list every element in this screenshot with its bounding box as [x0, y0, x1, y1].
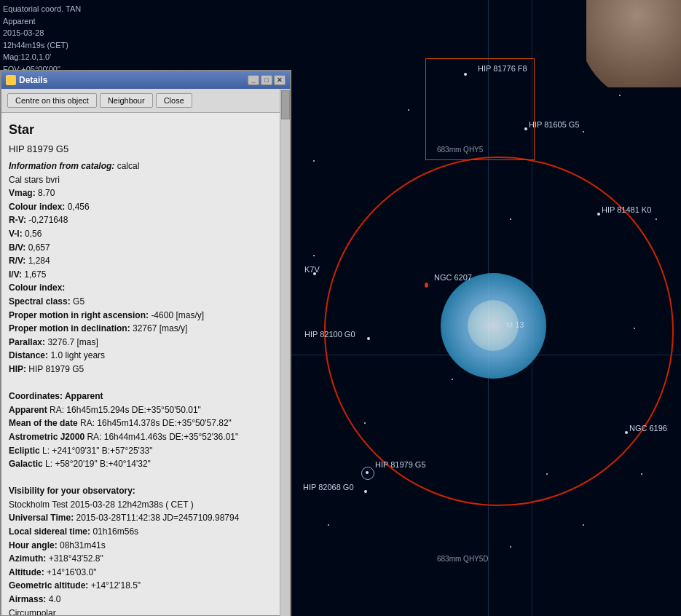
rv-label: R-V: [9, 215, 26, 225]
sky-time: 12h44m19s (CET) [3, 39, 81, 52]
background-star [510, 546, 511, 548]
spectral-row: Spectral class: G5 [9, 295, 283, 309]
vmag-row: Vmag: 8.70 [9, 186, 283, 200]
close-button[interactable]: Close [156, 93, 192, 108]
centre-button[interactable]: Centre on this object [7, 93, 97, 108]
colour-index2-row: Colour index: [9, 281, 283, 295]
hour-angle-value: 08h31m41s [60, 540, 106, 550]
neighbour-button[interactable]: Neighbour [100, 93, 153, 108]
vi-value: 0,56 [25, 229, 42, 239]
bv-row: B/V: 0,657 [9, 241, 283, 255]
pm-ra-row: Proper motion in right ascension: -4600 … [9, 309, 283, 323]
background-star [656, 218, 657, 220]
ecliptic-value: L: +241°09'31" B:+57°25'33" [42, 446, 153, 456]
riv-label: R/V: [9, 256, 25, 266]
spectral-value: G5 [73, 296, 84, 307]
altitude-label: Altitude: [9, 567, 44, 577]
panel-title-left: Details [6, 75, 47, 85]
visibility-label: Visibility for your observatory: [9, 484, 283, 498]
distance-label: Distance: [9, 350, 48, 360]
colour-index1-row: Colour index: 0,456 [9, 200, 283, 214]
panel-content: Star HIP 81979 G5 Information from catal… [1, 113, 290, 615]
star-dot-hip82100 [367, 337, 370, 340]
star-dot-k7v [313, 272, 316, 275]
apparent-ra-row: Apparent RA: 16h45m15.294s DE:+35°50'50.… [9, 403, 283, 417]
pm-dec-value: 32767 [mas/y] [133, 323, 187, 333]
rv-row: R-V: -0,271648 [9, 213, 283, 227]
ut-label: Universal Time: [9, 513, 74, 523]
sky-date: 2015-03-28 [3, 27, 81, 39]
background-star [546, 473, 548, 475]
info-catalog-label: Information from catalog: [9, 161, 114, 171]
pm-ra-value: -4600 [mas/y] [151, 310, 204, 320]
mean-date-label: Mean of the date [9, 418, 78, 428]
star-dot-hip82068 [364, 490, 367, 493]
spectral-label: Spectral class: [9, 296, 71, 307]
maximize-button[interactable]: □ [261, 75, 272, 85]
background-star [583, 524, 584, 526]
galactic-value: L: +58°20'19" B:+40°14'32" [45, 459, 151, 469]
hip-value: HIP 81979 G5 [28, 364, 84, 374]
action-buttons-bar: Centre on this object Neighbour Close [1, 89, 290, 113]
lst-row: Local sidereal time: 01h16m56s [9, 525, 283, 539]
minimize-button[interactable]: _ [248, 75, 259, 85]
scrollbar-thumb[interactable] [281, 90, 290, 119]
background-star [641, 473, 642, 475]
star-label-hip82068: HIP 82068 G0 [303, 483, 354, 491]
star-label-hip81481: HIP 81481 K0 [602, 205, 651, 214]
star-label-k7v: K7V [304, 265, 320, 274]
star-label-hip82100: HIP 82100 G0 [304, 330, 355, 339]
m13-nebula [441, 273, 546, 379]
pm-dec-row: Proper motion in declination: 32767 [mas… [9, 322, 283, 336]
hour-angle-row: Hour angle: 08h31m41s [9, 539, 283, 553]
background-star [452, 379, 453, 380]
cal-stars: Cal stars bvri [9, 173, 283, 187]
astrometric-value: RA: 16h44m41.463s DE:+35°52'36.01" [87, 432, 238, 442]
star-label-ngc6196: NGC 6196 [629, 424, 667, 433]
panel-window-buttons: _ □ ✕ [248, 75, 286, 85]
background-star [619, 95, 621, 96]
geo-altitude-label: Geometric altitude: [9, 580, 88, 591]
geo-altitude-value: +14°12'18.5" [91, 580, 141, 591]
riv-value: 1,284 [28, 256, 50, 266]
star-label-m13: M 13 [506, 320, 524, 329]
background-star [313, 255, 315, 256]
info-catalog-value: cal [117, 161, 128, 171]
background-star [583, 131, 584, 133]
lst-label: Local sidereal time: [9, 526, 90, 537]
rv-value: -0,271648 [28, 215, 68, 225]
azimuth-row: Azimuth: +318°43'52.8" [9, 552, 283, 566]
vmag-label: Vmag: [9, 188, 36, 198]
star-dot-hip81776 [464, 73, 467, 76]
star-dot-ngc6207 [425, 283, 428, 288]
airmass-value: 4.0 [49, 594, 61, 604]
sky-magnitude: Mag:12.0,1.0' [3, 51, 81, 63]
airmass-label: Airmass: [9, 594, 46, 604]
panel-scrollbar[interactable] [280, 89, 290, 616]
close-window-button[interactable]: ✕ [274, 75, 286, 85]
hour-angle-label: Hour angle: [9, 540, 58, 550]
colour-index1-label: Colour index: [9, 202, 65, 212]
colour-index2-label: Colour index: [9, 283, 65, 293]
colour-index1-value: 0,456 [68, 202, 90, 212]
vmag-value: 8.70 [38, 188, 55, 198]
background-star [634, 328, 635, 329]
bottom-label-bottom: 683mm QHY5D [437, 555, 489, 563]
background-star [408, 109, 409, 111]
vi-row: V-I: 0,56 [9, 227, 283, 241]
galactic-label: Galactic [9, 459, 43, 469]
observatory-row: Stockholm Test 2015-03-28 12h42m38s ( CE… [9, 498, 283, 512]
astrometric-row: Astrometric J2000 RA: 16h44m41.463s DE:+… [9, 430, 283, 444]
star-label-hip81979: HIP 81979 G5 [375, 460, 426, 469]
pm-dec-label: Proper motion in declination: [9, 323, 130, 333]
airmass-row: Airmass: 4.0 [9, 593, 283, 607]
bv-value: 0,657 [28, 242, 50, 253]
sky-info: Equatorial coord. TAN Apparent 2015-03-2… [3, 3, 81, 75]
mean-date-value: RA: 16h45m14.378s DE:+35°50'57.82" [80, 418, 232, 428]
iiv-value: 1,675 [24, 269, 46, 280]
parallax-value: 3276.7 [mas] [47, 337, 98, 347]
ecliptic-label: Ecliptic [9, 446, 40, 456]
bottom-label-top: 683mm QHY5 [437, 146, 483, 154]
geo-altitude-row: Geometric altitude: +14°12'18.5" [9, 579, 283, 593]
apparent-label: Apparent [3, 15, 81, 28]
